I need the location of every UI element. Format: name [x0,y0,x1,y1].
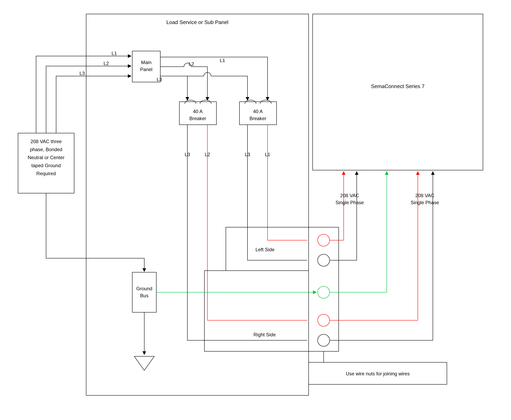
sub-panel-title: Load Service or Sub Panel [166,19,228,25]
phase2-b: Single Phase [410,200,439,205]
svg-text:Required: Required [36,171,56,176]
terminal-5 [318,334,330,346]
breaker2-l1-label: L1 [265,152,270,157]
breaker-2-l1: 40 A [253,109,263,114]
terminal-4 [318,314,330,326]
breaker1-l2-label: L2 [205,152,210,157]
breaker1-l2-down [207,125,307,320]
main-panel-l1: Main [141,60,152,65]
source-line: phase, Bonded [30,147,62,152]
semaconn-gnd [330,172,387,292]
wire-l2-out-2 [191,67,207,100]
source-line: Required [36,171,56,176]
ground-symbol-icon [134,356,154,370]
wire-l1-out [160,57,268,100]
semaconnect-box [313,14,483,170]
breaker-2-l2: Breaker [249,116,266,121]
semaconnect-label: SemaConnect Series 7 [371,83,425,89]
main-panel-l2: Panel [140,67,152,72]
source-line: Neutral or Center [28,155,64,160]
wire-l1-in [36,56,131,133]
ground-bus-l2: Bus [140,293,148,298]
wire-l1-label: L1 [112,51,117,56]
wire-l3-out-a [160,76,187,100]
breaker-1-l1: 40 A [193,109,203,114]
wire-l2-label: L2 [104,61,109,66]
wire-l2-out-label: L2 [189,61,194,67]
svg-text:phase, Bonded: phase, Bonded [30,147,62,152]
source-line: 208 VAC three [31,139,62,144]
svg-text:taped Ground: taped Ground [31,163,61,168]
svg-text:208 VAC three: 208 VAC three [31,139,62,144]
phase1-a: 208 VAC [340,193,359,198]
wire-l3-label: L3 [79,71,85,76]
terminal-2 [318,254,330,266]
terminal-1 [318,234,330,246]
terminal-3 [318,286,330,298]
breaker2-l3-down [248,125,307,260]
wirenuts-label: Use wire nuts for joining wires [346,371,410,376]
right-side-label: Right Side [254,332,276,337]
wire-l3-out-b [211,76,248,100]
semaconn-l1 [330,172,344,240]
left-side-label: Left Side [256,247,275,252]
ground-bus-l1: Ground [136,286,152,291]
right-side-frame [204,271,309,351]
svg-text:Neutral or Center: Neutral or Center [28,155,64,160]
phase2-a: 208 VAC [415,193,434,198]
breaker2-l3-label: L3 [245,152,250,157]
wire-ground-to-bus [46,193,144,271]
breaker2-l1-down [268,125,307,240]
source-line: taped Ground [31,163,61,168]
breaker-1-l2: Breaker [189,116,206,121]
ground-bus-box [132,272,156,312]
breaker1-l3-label: L3 [185,152,190,157]
wire-l3-in [56,76,131,133]
wire-l1-out-label: L1 [220,58,225,63]
wiring-diagram: Load Service or Sub Panel 208 VAC three … [0,0,511,420]
junction-box [309,227,339,351]
semaconn-l2 [330,172,357,260]
sub-panel-box [86,14,309,395]
phase1-b: Single Phase [335,200,364,205]
wire-l3-out-label: L3 [157,77,162,82]
